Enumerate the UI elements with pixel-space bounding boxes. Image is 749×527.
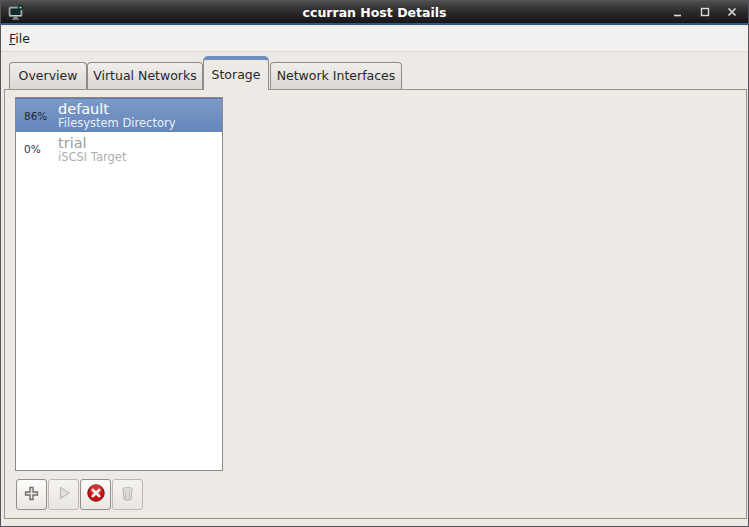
menubar: File	[1, 27, 748, 52]
pool-row-default[interactable]: 86% default Filesystem Directory	[16, 98, 222, 132]
pool-row-trial[interactable]: 0% trial iSCSI Target	[16, 132, 222, 166]
delete-pool-button[interactable]	[112, 479, 143, 510]
minimize-icon[interactable]	[669, 4, 686, 21]
tab-overview[interactable]: Overview	[9, 62, 87, 89]
pool-name: trial	[58, 135, 126, 151]
maximize-icon[interactable]	[696, 4, 713, 21]
delete-icon	[119, 485, 136, 505]
pool-type: Filesystem Directory	[58, 117, 175, 130]
tab-network-interfaces[interactable]: Network Interfaces	[270, 62, 402, 89]
add-icon	[23, 485, 40, 505]
pool-usage-percent: 86%	[16, 110, 58, 122]
pool-name: default	[58, 101, 175, 117]
stop-pool-button[interactable]	[80, 479, 111, 510]
pool-usage-percent: 0%	[16, 143, 58, 155]
titlebar[interactable]: ccurran Host Details	[1, 1, 748, 25]
app-icon	[7, 4, 25, 25]
host-details-window: ccurran Host Details File Overview Virtu…	[0, 0, 749, 527]
tab-storage[interactable]: Storage	[203, 56, 269, 90]
menu-file[interactable]: File	[1, 27, 40, 50]
start-pool-button[interactable]	[48, 479, 79, 510]
storage-pool-list: 86% default Filesystem Directory 0% tria…	[15, 97, 223, 471]
window-title: ccurran Host Details	[1, 5, 748, 20]
stop-icon	[86, 483, 106, 506]
tab-virtual-networks[interactable]: Virtual Networks	[87, 62, 203, 89]
close-icon[interactable]	[723, 4, 740, 21]
add-pool-button[interactable]	[16, 479, 47, 510]
pool-type: iSCSI Target	[58, 151, 126, 164]
start-icon	[56, 485, 72, 504]
